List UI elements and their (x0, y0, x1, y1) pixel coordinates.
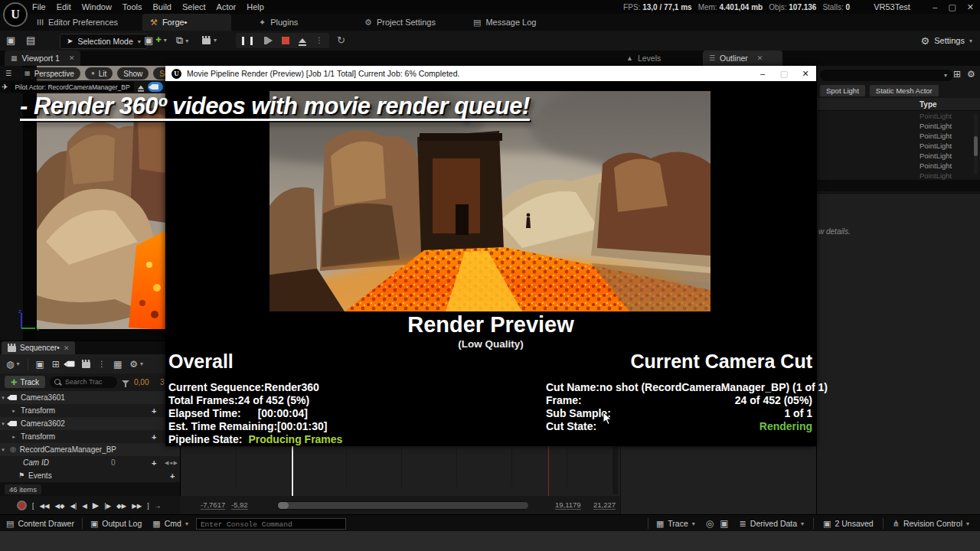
add-keyframe-button[interactable]: + (152, 406, 156, 416)
close-icon[interactable]: ✕ (69, 54, 75, 62)
sequence-browse-dropdown[interactable]: ◍ ▾ (6, 360, 20, 369)
tab-editor-preferences[interactable]: ☰ Editor Preferences (29, 14, 126, 31)
play-reverse-icon[interactable]: ◀ (82, 502, 87, 510)
add-keyframe-button[interactable]: + (152, 432, 156, 442)
derived-data-dropdown[interactable]: ≣ Derived Data ▾ (740, 519, 805, 528)
dots-menu-icon[interactable]: ⋮ (98, 360, 106, 368)
menu-select[interactable]: Select (182, 2, 206, 11)
menu-actor[interactable]: Actor (217, 2, 237, 11)
eject-icon[interactable] (299, 38, 306, 43)
selection-mode-dropdown[interactable]: ➤ Selection Mode ▾ (60, 34, 148, 49)
stop-icon[interactable] (282, 37, 289, 44)
chevron-down-icon[interactable]: ▾ (0, 395, 6, 401)
current-time[interactable]: 0,00 (134, 378, 149, 386)
track-row-transform[interactable]: ▸ Transform + (0, 430, 180, 444)
outliner-row[interactable]: PointLight (817, 131, 975, 141)
show-dropdown[interactable]: Show (117, 67, 149, 80)
menu-help[interactable]: Help (247, 2, 264, 11)
menu-build[interactable]: Build (153, 2, 172, 11)
console-command-input[interactable] (196, 518, 346, 530)
cinematics-button[interactable]: ▾ (202, 36, 217, 44)
range-start-icon[interactable]: [ (32, 502, 34, 510)
find-in-browser-icon[interactable]: ⊞ (52, 360, 60, 369)
chevron-down-icon[interactable]: ▾ (0, 447, 6, 453)
time-out-label[interactable]: 19,1179 (555, 500, 581, 510)
close-icon[interactable]: ✕ (795, 66, 816, 81)
menu-edit[interactable]: Edit (57, 2, 71, 11)
track-row-cam-id[interactable]: Cam ID 0 + ◀●▶ (0, 456, 180, 470)
close-icon[interactable]: ✕ (64, 344, 70, 352)
menu-window[interactable]: Window (82, 2, 112, 11)
outliner-row[interactable]: PointLight (817, 161, 975, 171)
settings-dropdown[interactable]: ⚙ Settings ▾ (921, 33, 972, 48)
close-icon[interactable]: ✕ (757, 54, 763, 62)
jump-to-end-icon[interactable]: ▶▶ (132, 502, 142, 510)
folder-add-icon[interactable]: ⊞ (953, 70, 961, 79)
sequencer-settings-dropdown[interactable]: ⚙ ▾ (129, 360, 143, 369)
chevron-down-icon[interactable]: ▾ (944, 72, 947, 79)
step-back-icon[interactable]: ◀| (70, 502, 77, 510)
filter-icon[interactable] (122, 380, 129, 384)
range-end-icon[interactable]: ] (147, 502, 149, 510)
chevron-right-icon[interactable]: ▸ (11, 408, 17, 414)
timeline-horizontal-scrollbar[interactable] (277, 501, 528, 510)
chevron-right-icon[interactable]: ▸ (11, 434, 17, 440)
add-event-button[interactable]: + (170, 471, 175, 481)
step-play-icon[interactable] (266, 37, 273, 44)
add-keyframe-button[interactable]: + (152, 458, 156, 468)
tab-outliner[interactable]: ☰ Outliner ✕ (703, 51, 782, 66)
step-forward-icon[interactable]: |▶ (104, 502, 111, 510)
jump-to-front-icon[interactable]: ◀◀ (39, 502, 49, 510)
previous-keyframe-icon[interactable]: ◀◆ (54, 502, 64, 510)
camera-icon[interactable] (67, 361, 74, 367)
lit-dropdown[interactable]: ● Lit (85, 67, 113, 80)
track-row-events[interactable]: ⚑ Events + (0, 469, 180, 483)
keyframe-nav-icons[interactable]: ◀●▶ (165, 460, 178, 466)
dots-menu-icon[interactable]: ⋮ (315, 37, 323, 44)
add-actor-button[interactable]: ▣ ✚ ▾ (144, 34, 167, 46)
minimize-icon[interactable]: – (933, 2, 937, 11)
filter-static-mesh-actor[interactable]: Static Mesh Actor (870, 85, 939, 96)
play-icon[interactable]: ▶ (93, 500, 99, 510)
tab-levels[interactable]: ▲ Levels (620, 51, 667, 66)
camera-capture-icon[interactable]: ▣ (720, 519, 728, 528)
viewport-options-button[interactable]: ☰ (3, 67, 14, 80)
outliner-row[interactable]: PointLight (817, 151, 975, 161)
track-row-recordcameramanager[interactable]: ▾ ◎ RecordCameraManager_BP (0, 443, 180, 457)
play-to-end-icon[interactable]: → (155, 502, 162, 510)
save-icon[interactable]: ▣ (36, 360, 44, 369)
pause-icon[interactable] (242, 37, 253, 45)
filter-spot-light[interactable]: Spot Light (820, 85, 865, 96)
perspective-dropdown[interactable]: ▦ Perspective (18, 67, 80, 80)
maximize-icon[interactable]: ▢ (948, 2, 956, 12)
cam-id-value[interactable]: 0 (111, 458, 116, 467)
content-drawer-button[interactable]: ▤ Content Drawer (6, 519, 74, 528)
next-keyframe-icon[interactable]: ◆▶ (116, 502, 126, 510)
refresh-icon[interactable]: ↻ (337, 34, 345, 46)
track-row-transform[interactable]: ▸ Transform + (0, 404, 180, 418)
clapper-icon[interactable] (82, 362, 90, 368)
output-log-button[interactable]: ▣ Output Log (90, 519, 142, 528)
tab-viewport1[interactable]: ▦ Viewport 1 ✕ (5, 51, 80, 66)
trace-dropdown[interactable]: ▦ Trace ▾ (656, 519, 695, 528)
stop-piloting-icon[interactable] (138, 85, 144, 89)
render-movie-icon[interactable]: ▦ (113, 360, 122, 369)
chevron-down-icon[interactable]: ▾ (0, 421, 6, 427)
maximize-icon[interactable]: ▢ (773, 66, 795, 81)
time-in-label[interactable]: -5,92 (231, 500, 248, 510)
screenshot-icon[interactable]: ◎ (706, 519, 714, 528)
outliner-row[interactable]: PointLight (817, 121, 975, 131)
scalability-dropdown[interactable]: Scalab (153, 67, 165, 80)
outliner-row[interactable]: PointLight (817, 111, 975, 121)
minimize-icon[interactable]: – (752, 66, 773, 81)
save-icon[interactable]: ▣ (6, 34, 15, 46)
track-search-input[interactable] (50, 377, 117, 388)
content-browser-icon[interactable]: ▤ (26, 34, 35, 46)
cmd-dropdown[interactable]: ▦ Cmd ▾ (152, 519, 188, 528)
time-start-label[interactable]: -7,7617 (201, 500, 225, 510)
tab-project-settings[interactable]: ⚙ Project Settings (357, 14, 443, 31)
type-column-header[interactable]: Type (817, 98, 980, 111)
gear-icon[interactable]: ⚙ (967, 70, 975, 79)
track-row-camera3601[interactable]: ▾ Camera3601 (0, 391, 180, 405)
track-row-camera3602[interactable]: ▾ Camera3602 (0, 417, 180, 431)
